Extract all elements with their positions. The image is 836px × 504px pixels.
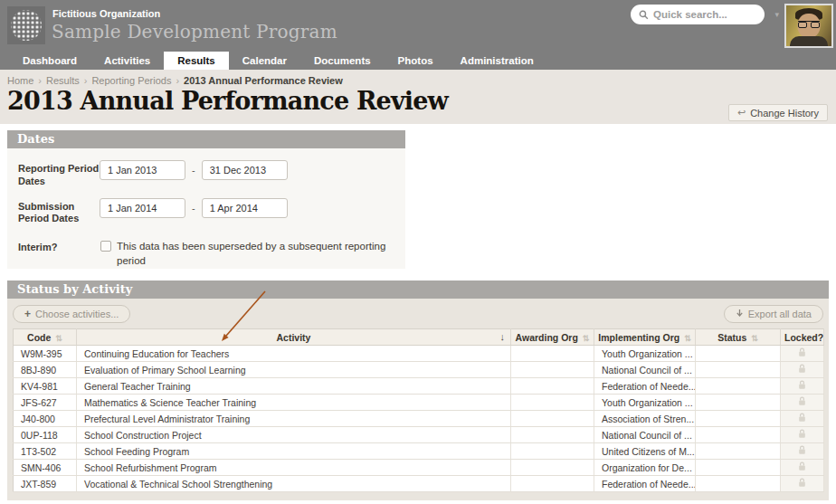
dates-section: Dates Reporting Period Dates - Submissio… (7, 130, 405, 269)
status-cell (696, 346, 781, 362)
lock-icon (798, 478, 806, 488)
breadcrumb-results[interactable]: Results (46, 75, 80, 86)
lock-icon (798, 396, 806, 406)
awarding-org-cell (511, 378, 594, 395)
status-cell (696, 411, 781, 427)
col-header-awarding-org[interactable]: Awarding Org⇅ (511, 329, 594, 346)
code-cell: SMN-406 (14, 460, 77, 476)
dates-section-header: Dates (7, 130, 405, 148)
breadcrumb: Home›Results›Reporting Periods›2013 Annu… (7, 75, 829, 86)
nav-item-documents[interactable]: Documents (300, 52, 385, 70)
status-cell (696, 427, 781, 443)
table-row[interactable]: 0UP-118 School Construction Project Nati… (14, 427, 824, 443)
implementing-org-cell: National Council of ... (594, 427, 696, 443)
code-cell: 0UP-118 (14, 427, 77, 443)
status-section-header: Status by Activity (7, 281, 829, 299)
breadcrumb-separator: › (176, 75, 179, 86)
locked-cell (781, 378, 824, 395)
code-cell: JFS-627 (14, 395, 77, 411)
awarding-org-cell (511, 346, 594, 362)
table-row[interactable]: JXT-859 Vocational & Technical School St… (14, 476, 824, 492)
status-by-activity-section: Status by Activity + Choose activities..… (7, 281, 829, 500)
interim-checkbox-label: This data has been superseded by a subse… (117, 239, 394, 268)
reporting-period-row: Reporting Period Dates - (18, 160, 394, 188)
choose-activities-button[interactable]: + Choose activities... (13, 305, 130, 323)
table-row[interactable]: SMN-406 School Refurbishment Program Org… (14, 460, 824, 476)
table-row[interactable]: 1T3-502 School Feeding Program United Ci… (14, 443, 824, 460)
org-logo[interactable] (7, 6, 45, 44)
choose-activities-label: Choose activities... (35, 309, 119, 319)
status-cell (696, 395, 781, 411)
plus-icon: + (24, 308, 31, 320)
lock-icon (798, 413, 806, 423)
change-history-button[interactable]: ↩ Change History (728, 104, 828, 121)
locked-cell (781, 476, 824, 492)
implementing-org-cell: National Council of ... (594, 362, 696, 378)
col-header-locked[interactable]: Locked? (781, 329, 824, 346)
col-header-code[interactable]: Code⇅ (14, 329, 77, 346)
code-cell: KV4-981 (14, 378, 77, 395)
sort-desc-icon: ↓ (500, 331, 506, 342)
col-header-implementing-org[interactable]: Implementing Org⇅ (594, 329, 696, 346)
sort-icon: ⇅ (751, 334, 758, 343)
activity-cell: Vocational & Technical School Strengthen… (77, 476, 511, 492)
sort-icon: ⇅ (684, 334, 691, 343)
nav-item-administration[interactable]: Administration (447, 52, 547, 70)
table-toolbar: + Choose activities... Export all data (13, 304, 823, 323)
table-row[interactable]: J40-800 Prefectural Level Administrator … (14, 411, 824, 427)
activity-cell: Evaluation of Primary School Learning (77, 362, 511, 378)
submission-to-input[interactable] (202, 198, 288, 218)
dates-section-body: Reporting Period Dates - Submission Peri… (7, 148, 405, 269)
table-row[interactable]: W9M-395 Continuing Education for Teacher… (14, 346, 824, 362)
export-icon (736, 309, 744, 320)
breadcrumb-reporting-periods[interactable]: Reporting Periods (91, 75, 171, 86)
status-by-activity-table: Code⇅ Activity↓ Awarding Org⇅ Implementi… (13, 328, 824, 492)
code-cell: 1T3-502 (14, 443, 77, 460)
reporting-from-input[interactable] (100, 160, 185, 180)
lock-icon (798, 461, 806, 471)
search-icon (639, 10, 649, 20)
implementing-org-cell: United Citizens of M... (594, 443, 696, 460)
nav-item-calendar[interactable]: Calendar (229, 52, 300, 70)
nav-item-activities[interactable]: Activities (90, 52, 164, 70)
awarding-org-cell (511, 427, 594, 443)
locked-cell (781, 395, 824, 411)
globe-icon (11, 10, 42, 41)
history-arrow-icon: ↩ (737, 107, 746, 119)
implementing-org-cell: Organization for De... (594, 460, 696, 476)
user-avatar[interactable] (784, 4, 833, 48)
reporting-to-input[interactable] (202, 160, 288, 180)
code-cell: 8BJ-890 (14, 362, 77, 378)
table-row[interactable]: 8BJ-890 Evaluation of Primary School Lea… (14, 362, 824, 378)
quick-search-box[interactable] (631, 5, 765, 24)
avatar-torso (790, 36, 828, 46)
lock-icon (798, 445, 806, 455)
awarding-org-cell (511, 411, 594, 427)
implementing-org-cell: Federation of Neede... (594, 476, 696, 492)
status-cell (696, 378, 781, 395)
submission-period-label: Submission Period Dates (18, 198, 100, 226)
col-header-activity[interactable]: Activity↓ (77, 329, 511, 346)
table-row[interactable]: KV4-981 General Teacher Training Federat… (14, 378, 824, 395)
activity-cell: Continuing Education for Teachers (77, 346, 511, 362)
sort-icon: ⇅ (55, 334, 62, 343)
code-cell: W9M-395 (14, 346, 77, 362)
nav-item-results[interactable]: Results (164, 52, 229, 70)
breadcrumb-home[interactable]: Home (7, 75, 33, 86)
search-input[interactable] (653, 9, 753, 20)
locked-cell (781, 346, 824, 362)
export-all-data-button[interactable]: Export all data (724, 305, 823, 323)
col-header-status[interactable]: Status⇅ (696, 329, 781, 346)
submission-period-row: Submission Period Dates - (18, 198, 394, 226)
lock-icon (798, 380, 806, 390)
nav-item-photos[interactable]: Photos (385, 52, 447, 70)
status-cell (696, 443, 781, 460)
interim-checkbox[interactable] (100, 241, 111, 252)
interim-label: Interim? (18, 239, 100, 268)
table-row[interactable]: JFS-627 Mathematics & Science Teacher Tr… (14, 395, 824, 411)
range-separator: - (192, 160, 195, 188)
search-caret-icon[interactable]: ▾ (774, 10, 779, 19)
nav-item-dashboard[interactable]: Dashboard (9, 52, 90, 70)
awarding-org-cell (511, 395, 594, 411)
submission-from-input[interactable] (100, 198, 185, 218)
